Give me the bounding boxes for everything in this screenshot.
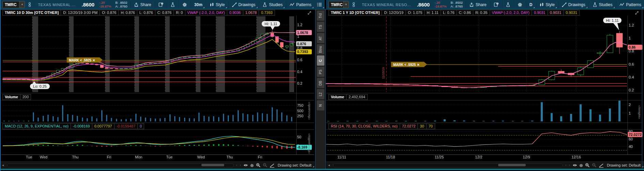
thinkorswim-dual-chart-window: TMRC ▼ TEXAS MINERAL ... .8600 -.20-18.8…: [0, 0, 644, 171]
volume-header-cell: Volume: [2, 94, 20, 100]
header-cell: 0.9031: [548, 10, 564, 16]
svg-text:0.2: 0.2: [297, 81, 302, 85]
step-forward-icon[interactable]: ›: [568, 164, 571, 167]
svg-text:<millions>: <millions>: [638, 105, 641, 119]
panel-right-border: [642, 10, 642, 169]
svg-text:60: 60: [629, 137, 633, 141]
volume-header-cell: Volume: [328, 94, 347, 100]
header-cell: L: 0.876: [137, 10, 155, 16]
svg-text:Mon: Mon: [135, 155, 142, 159]
crosshair-icon[interactable]: ⊕: [249, 163, 255, 168]
statusbar-left: ◄ ‹ › ⊕ Drawing set: Default: [0, 161, 315, 169]
svg-text:0.2: 0.2: [629, 88, 634, 92]
svg-text:0.4: 0.4: [629, 75, 634, 79]
svg-text:1.0678: 1.0678: [297, 31, 308, 35]
gadget-tab-at[interactable]: AT: [317, 33, 324, 43]
header-cell: L: 0.76: [441, 10, 457, 16]
zoom-out-icon[interactable]: [262, 163, 269, 168]
step-back-icon[interactable]: ‹: [564, 164, 568, 167]
chart-scrollbar[interactable]: [333, 164, 563, 167]
study-header-cell: -0.0159487: [114, 123, 138, 129]
gadget-tab-trd[interactable]: Trd: [317, 11, 324, 21]
pan-icon[interactable]: [242, 163, 249, 167]
svg-text:Fri: Fri: [107, 155, 111, 159]
svg-text:Fri: Fri: [258, 155, 262, 159]
svg-text:12/9: 12/9: [523, 155, 530, 159]
scroll-left-icon[interactable]: ◄: [0, 164, 6, 167]
svg-text:11/15/19: 11/15/19: [382, 67, 385, 79]
svg-text:1: 1: [629, 111, 631, 115]
svg-text:0.6: 0.6: [629, 62, 634, 66]
study-header-cell: 0: [137, 123, 144, 129]
svg-text:-8.169: -8.169: [297, 145, 307, 149]
header-cell: TMRC 10 D 30m [OTC OTHER]: [2, 10, 61, 16]
header-cell: C: 0.876: [155, 10, 174, 16]
chart-resize-icon[interactable]: [307, 11, 312, 17]
step-forward-icon[interactable]: ›: [239, 164, 242, 167]
crosshair-icon[interactable]: ⊕: [578, 163, 584, 168]
step-back-icon[interactable]: ‹: [235, 164, 239, 167]
chart-scrollbar[interactable]: [7, 164, 233, 167]
zoom-in-icon[interactable]: [255, 163, 262, 168]
study-header-cell: 72.0272: [400, 123, 418, 129]
header-cell: O: 0.876: [99, 10, 119, 16]
svg-text:1.2: 1.2: [629, 23, 634, 27]
header-cell: R: 0.35: [473, 10, 490, 16]
volume-header-cell: 200: [20, 94, 31, 100]
study-header-cell: 70: [426, 123, 435, 129]
volume-header-cell: 2,492,694: [346, 94, 368, 100]
svg-text:11/11: 11/11: [337, 155, 346, 159]
chart-resize-icon[interactable]: [634, 11, 639, 17]
gadget-tab-db[interactable]: DB: [317, 78, 324, 88]
svg-text:Tue: Tue: [166, 155, 173, 159]
gadget-tab-ps[interactable]: PS: [317, 67, 324, 77]
svg-text:40: 40: [629, 144, 633, 149]
drawing-set-selector[interactable]: Drawing set: Default: [276, 163, 315, 167]
drawing-tool-icon[interactable]: [598, 163, 605, 168]
study-header-cell: RSI (14, 70, 30, CLOSE, WILDERS, no): [328, 123, 400, 129]
svg-text:250: 250: [297, 114, 303, 118]
scrollbar-thumb[interactable]: [201, 164, 224, 166]
panel-divider: [325, 10, 326, 169]
pan-icon[interactable]: [571, 163, 578, 167]
header-cell: O: 1.075: [405, 10, 425, 16]
svg-text:50: 50: [297, 135, 301, 139]
svg-text:Thu: Thu: [227, 155, 233, 159]
gadget-tab-btns[interactable]: Btns: [317, 44, 324, 54]
svg-text:<thousands>: <thousands>: [307, 102, 311, 120]
svg-text:MARK < .5925 ✕: MARK < .5925 ✕: [69, 58, 95, 62]
header-cell: D: 12/20/19: [382, 10, 406, 16]
header-cell: 0.7393: [259, 10, 275, 16]
study-header-cell: 0.0077797: [92, 123, 114, 129]
gadget-tab-c[interactable]: C: [317, 55, 324, 66]
svg-text:12/16: 12/16: [571, 155, 581, 159]
svg-text:12/2: 12/2: [475, 155, 482, 159]
svg-text:0.876: 0.876: [297, 42, 306, 46]
zoom-out-icon[interactable]: [591, 163, 598, 168]
gadget-tab-n[interactable]: N: [317, 100, 324, 110]
mark-alert-badge[interactable]: MARK < .5925 ✕: [391, 62, 427, 67]
header-cell: H: 1.11: [424, 10, 441, 16]
svg-text:2: 2: [629, 103, 631, 107]
study-header-cell: -0.008169: [71, 123, 92, 129]
gadget-tab-l2[interactable]: L2: [317, 89, 324, 99]
svg-text:1.2: 1.2: [297, 23, 302, 27]
svg-text:0.4: 0.4: [297, 70, 302, 74]
header-cell: H: 0.876: [118, 10, 137, 16]
drawing-set-selector[interactable]: Drawing set: Default: [605, 163, 644, 167]
gadget-tab-ts[interactable]: TS: [317, 22, 324, 32]
header-cell: D: 12/20/19 3:00 PM: [61, 10, 100, 16]
mark-alert-badge[interactable]: MARK < .5925 ✕: [67, 57, 103, 63]
right-chart: 1.210.80.60.40.211/15/192180604072.02721…: [325, 16, 643, 159]
scroll-left-icon[interactable]: ◄: [326, 164, 332, 167]
header-cell: 0.9031: [532, 10, 548, 16]
svg-text:Hi: 1.11: Hi: 1.11: [264, 22, 277, 26]
svg-text:Wed: Wed: [40, 155, 47, 159]
scrollbar-thumb[interactable]: [498, 164, 526, 166]
svg-text:750: 750: [297, 103, 303, 107]
svg-text:Thu: Thu: [72, 155, 79, 159]
header-cell: 0.9031: [563, 10, 580, 16]
window-left-edge: [0, 0, 1, 171]
zoom-in-icon[interactable]: [584, 163, 591, 168]
drawing-tool-icon[interactable]: [269, 163, 276, 168]
